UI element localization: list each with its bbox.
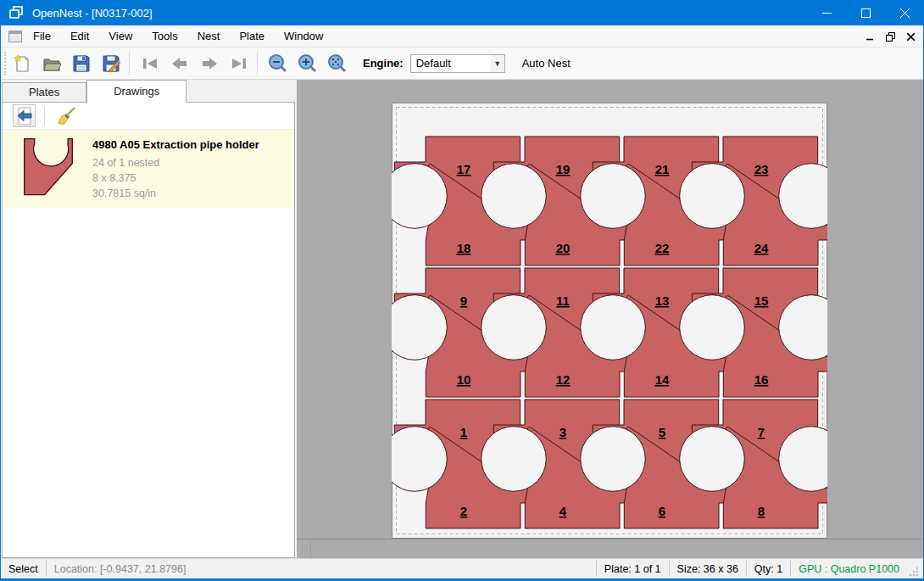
menu-item-file[interactable]: File xyxy=(25,25,59,47)
part-cutout xyxy=(680,427,745,492)
scrollbar-corner xyxy=(310,539,311,558)
menu-item-window[interactable]: Window xyxy=(276,25,331,47)
title-bar: OpenNest - [N0317-002] xyxy=(0,0,924,25)
status-separator xyxy=(46,561,47,577)
new-file-button[interactable] xyxy=(8,50,36,77)
resize-grip[interactable] xyxy=(908,566,920,578)
part-number-label: 11 xyxy=(556,293,570,308)
save-as-icon xyxy=(102,54,120,73)
app-window: OpenNest - [N0317-002] FileEditViewTools… xyxy=(0,0,924,581)
part-number-label: 9 xyxy=(460,293,467,308)
toolbar-grip[interactable] xyxy=(4,52,6,75)
part-number-label: 20 xyxy=(556,241,571,255)
next-plate-button[interactable] xyxy=(196,50,223,77)
previous-arrow-icon xyxy=(170,54,189,73)
part-number-label: 22 xyxy=(655,241,670,255)
chevron-down-icon[interactable]: ▼ xyxy=(491,55,504,72)
close-button[interactable] xyxy=(885,0,924,25)
zoom-in-button[interactable] xyxy=(294,50,321,77)
part-number-label: 24 xyxy=(754,241,769,255)
nesting-canvas[interactable]: 171921231820222491113151012141613572468 xyxy=(297,80,923,558)
save-icon xyxy=(72,54,91,73)
open-folder-icon xyxy=(42,54,61,73)
status-location: Location: [-0.9437, 21.8796] xyxy=(54,563,186,575)
save-as-button[interactable] xyxy=(97,50,125,77)
minimize-button[interactable] xyxy=(807,0,846,25)
previous-plate-button[interactable] xyxy=(166,50,193,77)
drawing-nested-count: 24 of 1 nested xyxy=(92,155,259,170)
main-toolbar: Engine: Default ▼ Auto Nest xyxy=(1,47,923,80)
part-number-label: 10 xyxy=(457,372,471,387)
part-number-label: 19 xyxy=(556,162,571,176)
part-cutout xyxy=(581,164,646,229)
import-drawing-button[interactable] xyxy=(13,104,36,127)
part-number-label: 5 xyxy=(659,425,665,439)
toolbar-separator xyxy=(129,52,130,75)
menu-item-tools[interactable]: Tools xyxy=(143,25,186,47)
status-plate-count: Plate: 1 of 1 xyxy=(604,563,661,575)
nested-parts-group: 171921231820222491113151012141613572468 xyxy=(392,137,827,528)
app-icon xyxy=(9,6,25,20)
drawings-panel: 4980 A05 Extraction pipe holder 24 of 1 … xyxy=(2,102,295,558)
document-icon[interactable] xyxy=(8,31,22,42)
clear-drawings-button[interactable] xyxy=(55,104,78,127)
zoom-out-icon xyxy=(268,53,288,74)
mdi-minimize-button[interactable] xyxy=(862,29,877,44)
import-arrow-icon xyxy=(15,107,34,126)
tab-drawings[interactable]: Drawings xyxy=(86,80,186,103)
part-cutout xyxy=(581,427,646,492)
panel-tabs: PlatesDrawings xyxy=(2,80,186,103)
panel-toolbar-separator xyxy=(44,107,45,126)
mdi-restore-button[interactable] xyxy=(882,29,898,44)
status-separator xyxy=(790,561,791,577)
drawing-thumbnail xyxy=(14,137,82,198)
toolbar-separator xyxy=(257,52,258,75)
menu-item-edit[interactable]: Edit xyxy=(62,25,97,47)
side-panel: PlatesDrawings xyxy=(1,80,297,558)
part-cutout xyxy=(481,295,547,360)
window-border xyxy=(0,0,1,581)
part-number-label: 7 xyxy=(758,425,765,439)
save-button[interactable] xyxy=(68,50,95,77)
window-title: OpenNest - [N0317-002] xyxy=(32,7,153,20)
status-mode: Select xyxy=(8,563,38,575)
status-plate-size: Size: 36 x 36 xyxy=(677,563,738,575)
drawing-list-item[interactable]: 4980 A05 Extraction pipe holder 24 of 1 … xyxy=(3,130,294,208)
plate-view[interactable]: 171921231820222491113151012141613572468 xyxy=(392,103,827,539)
drawing-title: 4980 A05 Extraction pipe holder xyxy=(92,138,259,151)
status-separator xyxy=(596,561,597,577)
part-number-label: 8 xyxy=(758,504,765,518)
drawing-size: 8 x 8.375 xyxy=(92,170,259,186)
menu-item-view[interactable]: View xyxy=(100,25,141,47)
last-arrow-icon xyxy=(230,54,248,73)
auto-nest-button[interactable]: Auto Nest xyxy=(517,54,576,72)
next-arrow-icon xyxy=(200,54,219,73)
status-separator xyxy=(746,561,747,577)
part-number-label: 15 xyxy=(754,293,769,308)
menu-item-plate[interactable]: Plate xyxy=(231,25,273,47)
menu-bar: FileEditViewToolsNestPlateWindow xyxy=(1,25,923,47)
part-number-label: 18 xyxy=(457,241,471,255)
part-number-label: 16 xyxy=(754,372,769,387)
part-number-label: 13 xyxy=(655,293,670,308)
engine-select[interactable]: Default ▼ xyxy=(410,54,505,73)
part-number-label: 6 xyxy=(659,504,665,518)
last-plate-button[interactable] xyxy=(225,50,253,77)
part-number-label: 21 xyxy=(655,162,670,176)
part-cutout xyxy=(680,164,745,229)
part-number-label: 3 xyxy=(559,425,566,439)
open-file-button[interactable] xyxy=(38,50,65,77)
menu-item-nest[interactable]: Nest xyxy=(189,25,229,47)
zoom-out-button[interactable] xyxy=(264,50,292,77)
maximize-button[interactable] xyxy=(846,0,885,25)
zoom-in-icon xyxy=(298,53,318,74)
first-plate-button[interactable] xyxy=(136,50,164,77)
canvas-scrollbar-edge xyxy=(297,539,923,539)
zoom-fit-button[interactable] xyxy=(324,50,351,77)
engine-label: Engine: xyxy=(363,57,404,70)
tab-plates[interactable]: Plates xyxy=(2,82,86,103)
mdi-close-button[interactable] xyxy=(903,29,918,44)
status-bar: Select Location: [-0.9437, 21.8796] Plat… xyxy=(1,558,923,578)
new-file-icon xyxy=(13,54,31,73)
engine-selected-value: Default xyxy=(416,57,491,70)
